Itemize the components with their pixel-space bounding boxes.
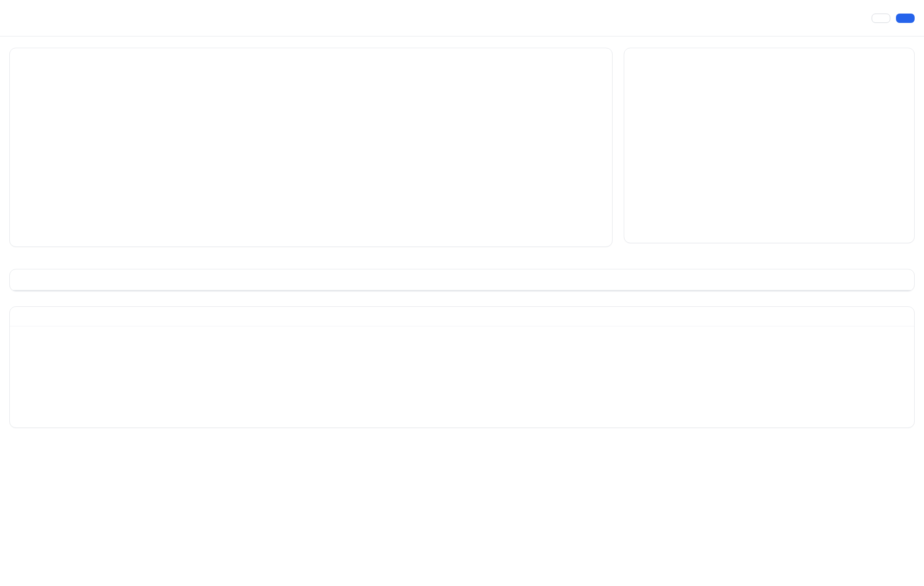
export-report-button[interactable] bbox=[896, 14, 915, 23]
clients-table-header bbox=[10, 290, 914, 291]
donut-chart-svg bbox=[694, 84, 802, 191]
invoice-status-card bbox=[624, 48, 915, 243]
page-header bbox=[0, 0, 924, 36]
top-clients-card bbox=[9, 269, 915, 291]
quick-insights-card bbox=[9, 306, 915, 428]
revenue-line-chart[interactable] bbox=[21, 67, 602, 208]
header-actions bbox=[872, 14, 915, 23]
top-clients-title bbox=[10, 269, 914, 290]
settings-button[interactable] bbox=[872, 14, 890, 23]
revenue-trend-card bbox=[9, 48, 613, 247]
quick-insights-title bbox=[10, 307, 914, 326]
invoice-status-donut[interactable] bbox=[694, 84, 802, 191]
quick-insights-grid bbox=[10, 326, 914, 356]
